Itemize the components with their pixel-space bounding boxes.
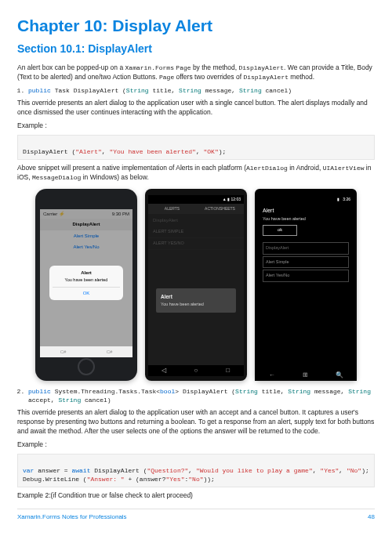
home-button-icon [78, 358, 95, 375]
recent-icon: □ [212, 365, 244, 376]
platforms-paragraph: Above snippet will present a native impl… [17, 164, 375, 183]
search-icon: 🔍 [323, 370, 357, 381]
signature-1: public Task DisplayAlert (String title, … [28, 86, 375, 95]
home-icon: ○ [180, 365, 212, 376]
phone-screenshots: Carrier ⚡9:30 PM DisplayAlert Alert Simp… [17, 189, 375, 381]
override2-description: This override presents an alert dialog t… [17, 408, 375, 436]
back-icon: ◁ [148, 365, 180, 376]
windows-phone: ▮3:26 Alert You have been alerted ok Dis… [255, 189, 357, 381]
example-label-1: Example : [17, 121, 375, 131]
footer-title: Xamarin.Forms Notes for Professionals [17, 512, 127, 521]
example2-label: Example 2:(if Condition true or false ch… [17, 491, 375, 501]
android-phone: ▲ ▮ 12:03 ALERTSACTIONSHEETS DisplayAler… [145, 189, 247, 381]
signature-2: public System.Threading.Tasks.Task<bool>… [28, 387, 375, 404]
code-example-2: var answer = await DisplayAlert ("Questi… [17, 454, 375, 488]
override1-description: This override presents an alert dialog t… [17, 99, 375, 118]
page-footer: Xamarin.Forms Notes for Professionals 48 [17, 509, 375, 521]
intro-paragraph: An alert box can be popped-up on a Xamar… [17, 63, 375, 82]
code-example-1: DisplayAlert ("Alert", "You have been al… [17, 135, 375, 160]
chapter-title: Chapter 10: Display Alert [17, 14, 375, 37]
example-label-2: Example : [17, 440, 375, 450]
page-number: 48 [368, 512, 375, 521]
back-icon: ← [255, 370, 289, 381]
ios-phone: Carrier ⚡9:30 PM DisplayAlert Alert Simp… [35, 189, 137, 381]
section-title: Section 10.1: DisplayAlert [17, 42, 375, 57]
signal-icon: ▮ [337, 197, 339, 202]
windows-icon: ⊞ [289, 370, 322, 381]
